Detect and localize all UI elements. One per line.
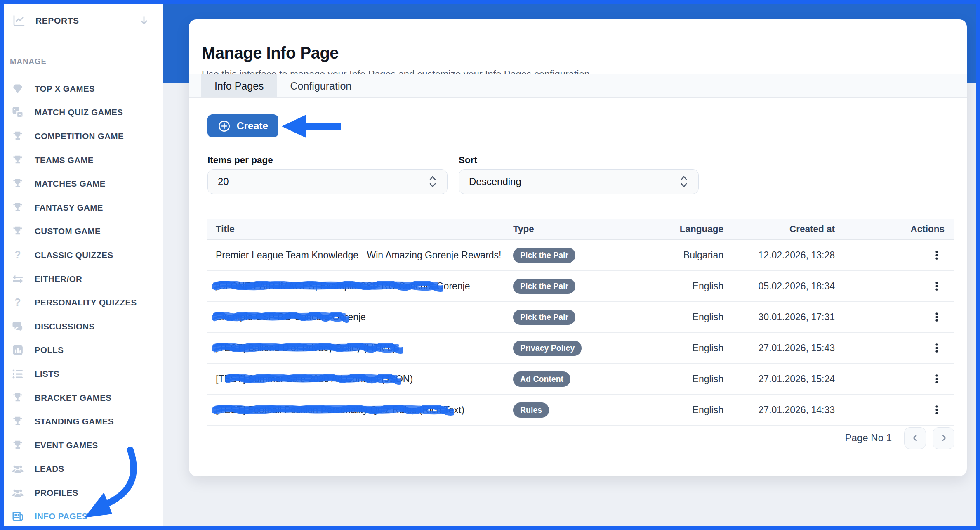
kebab-menu-icon <box>931 405 942 415</box>
sidebar-reports-label: REPORTS <box>35 16 128 26</box>
row-title-text: [CLONE PAIR IMAGES] Example CSP RO Concu… <box>216 281 470 291</box>
row-created-at: 27.01.2026, 14:33 <box>723 405 835 416</box>
row-title-text: Premier League Team Knowledge - Win Amaz… <box>216 250 501 260</box>
previous-page-button[interactable] <box>904 427 926 449</box>
sidebar-item-top-x-games[interactable]: TOP X GAMES <box>0 77 163 101</box>
sidebar-item-classic-quizzes[interactable]: CLASSIC QUIZZES <box>0 243 163 267</box>
next-page-button[interactable] <box>933 427 954 449</box>
kebab-menu-icon <box>931 281 942 291</box>
row-actions-menu-button[interactable] <box>930 310 944 324</box>
sidebar-item-label: LISTS <box>35 369 59 379</box>
tab-bar: Info Pages Configuration <box>189 74 967 98</box>
sidebar-item-bracket-games[interactable]: BRACKET GAMES <box>0 386 163 410</box>
table-header: Title Type Language Created at Actions <box>207 219 954 240</box>
sidebar-item-matches-game[interactable]: MATCHES GAME <box>0 172 163 196</box>
type-badge: Rules <box>513 402 549 418</box>
create-button[interactable]: Create <box>207 114 278 137</box>
row-language: English <box>666 281 723 292</box>
sidebar-item-custom-game[interactable]: CUSTOM GAME <box>0 220 163 244</box>
sidebar-item-discussions[interactable]: DISCUSSIONS <box>0 315 163 338</box>
items-per-page-value: 20 <box>218 176 229 187</box>
sidebar-divider <box>10 43 146 43</box>
sidebar-item-event-games[interactable]: EVENT GAMES <box>0 433 163 457</box>
row-language: English <box>666 405 723 416</box>
type-badge: Pick the Pair <box>513 310 575 325</box>
column-header-created-at: Created at <box>723 224 835 234</box>
sidebar-item-lists[interactable]: LISTS <box>0 362 163 386</box>
trophy-icon <box>12 392 24 404</box>
table-row: Example CSP RO Concurs Gorenje Pick the … <box>207 302 954 333</box>
swap-arrows-icon <box>12 273 24 285</box>
row-title: Example CSP RO Concurs Gorenje <box>207 312 513 323</box>
list-icon <box>12 368 24 380</box>
chevron-right-icon <box>939 433 949 443</box>
sidebar-item-label: PROFILES <box>35 488 78 498</box>
trophy-icon <box>12 130 24 142</box>
table-row: [CLONE PAIR IMAGES] Example CSP RO Concu… <box>207 271 954 302</box>
sort-select[interactable]: Descending <box>459 169 699 194</box>
trophy-icon <box>12 201 24 214</box>
sidebar: REPORTS MANAGE TOP X GAMES MATCH QUIZ GA… <box>0 0 163 530</box>
row-actions-menu-button[interactable] <box>930 248 944 262</box>
row-actions-menu-button[interactable] <box>930 372 944 386</box>
sidebar-item-label: BRACKET GAMES <box>35 393 111 403</box>
row-created-at: 27.01.2026, 15:24 <box>723 374 835 385</box>
items-per-page-label: Items per page <box>207 155 273 166</box>
row-created-at: 27.01.2026, 15:43 <box>723 343 835 354</box>
plus-circle-icon <box>218 120 231 132</box>
info-pages-table: Title Type Language Created at Actions P… <box>207 219 954 426</box>
sidebar-item-label: POLLS <box>35 345 64 355</box>
arrow-down-icon[interactable] <box>138 14 150 27</box>
sidebar-item-info-pages[interactable]: INFO PAGES <box>0 505 163 529</box>
sidebar-item-label: TOP X GAMES <box>35 84 95 94</box>
sidebar-item-either-or[interactable]: EITHER/OR <box>0 267 163 291</box>
row-title-text: [TEST] Ballond D'or Privacy Policy (HTML… <box>216 343 396 353</box>
trophy-icon <box>12 225 24 237</box>
sidebar-item-label: MATCHES GAME <box>35 179 106 189</box>
sidebar-item-teams-game[interactable]: TEAMS GAME <box>0 148 163 172</box>
column-header-title: Title <box>207 224 513 234</box>
stepper-icon <box>428 175 437 189</box>
sidebar-section-label: MANAGE <box>10 57 47 66</box>
sidebar-item-leads[interactable]: LEADS <box>0 457 163 481</box>
dice-icon <box>12 106 24 118</box>
row-actions-menu-button[interactable] <box>930 403 944 417</box>
row-title: [TEST] Football Position Personality Qui… <box>207 405 513 416</box>
sidebar-item-label: DISCUSSIONS <box>35 322 95 331</box>
reports-chart-icon <box>12 14 26 27</box>
sidebar-item-label: COMPETITION GAME <box>35 131 124 141</box>
tab-info-pages[interactable]: Info Pages <box>201 74 277 97</box>
people-icon <box>12 487 24 499</box>
trophy-icon <box>12 177 24 190</box>
gem-icon <box>12 83 24 95</box>
row-created-at: 05.02.2026, 18:34 <box>723 281 835 292</box>
page-title: Manage Info Page <box>202 44 339 62</box>
sidebar-item-label: EITHER/OR <box>35 274 82 284</box>
sidebar-item-fantasy-game[interactable]: FANTASY GAME <box>0 196 163 220</box>
stepper-icon <box>679 175 688 189</box>
row-title: [TEST] Ballond D'or Privacy Policy (HTML… <box>207 343 513 354</box>
sidebar-item-label: LEADS <box>35 464 64 474</box>
tab-configuration[interactable]: Configuration <box>277 74 365 97</box>
sidebar-item-label: PERSONALITY QUIZZES <box>35 298 137 308</box>
row-actions-menu-button[interactable] <box>930 279 944 293</box>
sidebar-item-profiles[interactable]: PROFILES <box>0 481 163 505</box>
row-actions-menu-button[interactable] <box>930 341 944 355</box>
items-per-page-select[interactable]: 20 <box>207 169 448 194</box>
kebab-menu-icon <box>931 312 942 322</box>
sidebar-item-personality-quizzes[interactable]: PERSONALITY QUIZZES <box>0 291 163 315</box>
type-badge: Ad Content <box>513 371 570 387</box>
sidebar-item-label: INFO PAGES <box>35 511 88 521</box>
sidebar-group-reports[interactable]: REPORTS <box>0 9 163 32</box>
sidebar-item-match-quiz-games[interactable]: MATCH QUIZ GAMES <box>0 101 163 125</box>
sidebar-item-polls[interactable]: POLLS <box>0 338 163 362</box>
annotation-arrow-create <box>280 112 408 141</box>
sidebar-item-standing-games[interactable]: STANDING GAMES <box>0 409 163 433</box>
row-created-at: 30.01.2026, 17:31 <box>723 312 835 323</box>
trophy-icon <box>12 415 24 428</box>
chevron-left-icon <box>910 433 920 443</box>
question-icon <box>12 249 24 261</box>
sidebar-item-competition-game[interactable]: COMPETITION GAME <box>0 124 163 148</box>
create-button-label: Create <box>237 120 268 132</box>
row-language: English <box>666 312 723 323</box>
